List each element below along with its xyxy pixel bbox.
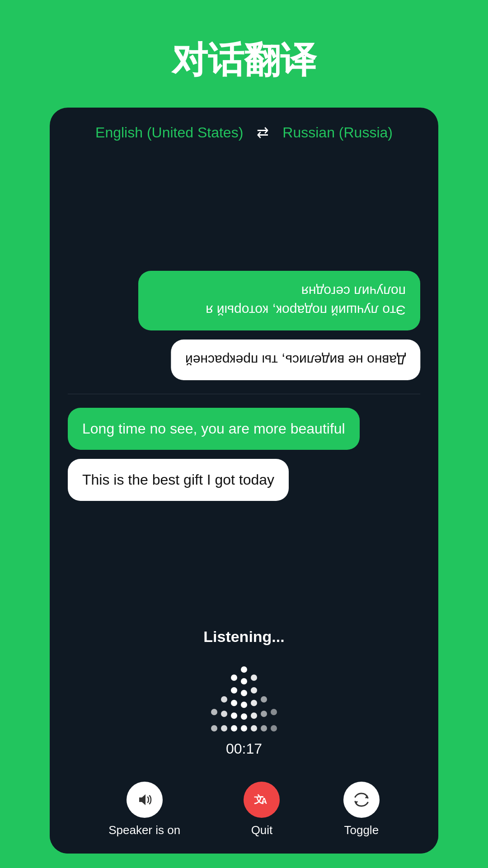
wave-col-5	[251, 675, 257, 731]
app-title: 对话翻译	[172, 36, 316, 85]
timer-display: 00:17	[226, 741, 262, 757]
quit-label: Quit	[251, 823, 273, 837]
wave-col-6	[261, 696, 267, 731]
waveform	[211, 659, 277, 731]
lang-header: English (United States) ⇄ Russian (Russi…	[50, 108, 438, 157]
svg-text:A: A	[261, 797, 267, 806]
speaker-label: Speaker is on	[108, 823, 180, 837]
wave-col-1	[211, 709, 217, 731]
flipped-white-bubble: Давно не виделись, ты прекрасней	[171, 340, 420, 380]
listening-label: Listening...	[203, 628, 284, 646]
lang-right-label[interactable]: Russian (Russia)	[282, 124, 393, 141]
wave-col-4	[241, 666, 247, 731]
normal-green-bubble: Long time no see, you are more beautiful	[68, 408, 360, 450]
wave-col-7	[271, 709, 277, 731]
flipped-green-bubble: Это лучший подарок, который я получил се…	[138, 271, 420, 330]
swap-icon[interactable]: ⇄	[257, 124, 269, 141]
quit-button[interactable]: 文 A Quit	[244, 782, 280, 837]
wave-col-2	[221, 696, 227, 731]
bottom-bar: Speaker is on 文 A Quit	[50, 771, 438, 854]
toggle-button[interactable]: Toggle	[343, 782, 380, 837]
speaker-button[interactable]: Speaker is on	[108, 782, 180, 837]
chat-divider	[68, 394, 420, 394]
toggle-icon-circle	[343, 782, 380, 818]
toggle-label: Toggle	[344, 823, 379, 837]
lang-left-label[interactable]: English (United States)	[95, 124, 243, 141]
listening-section: Listening...	[50, 614, 438, 771]
main-card: English (United States) ⇄ Russian (Russi…	[50, 108, 438, 854]
normal-white-bubble: This is the best gift I got today	[68, 459, 289, 501]
speaker-icon-circle	[127, 782, 163, 818]
wave-col-3	[231, 675, 237, 731]
chat-area: Это лучший подарок, который я получил се…	[50, 157, 438, 614]
quit-icon-circle: 文 A	[244, 782, 280, 818]
